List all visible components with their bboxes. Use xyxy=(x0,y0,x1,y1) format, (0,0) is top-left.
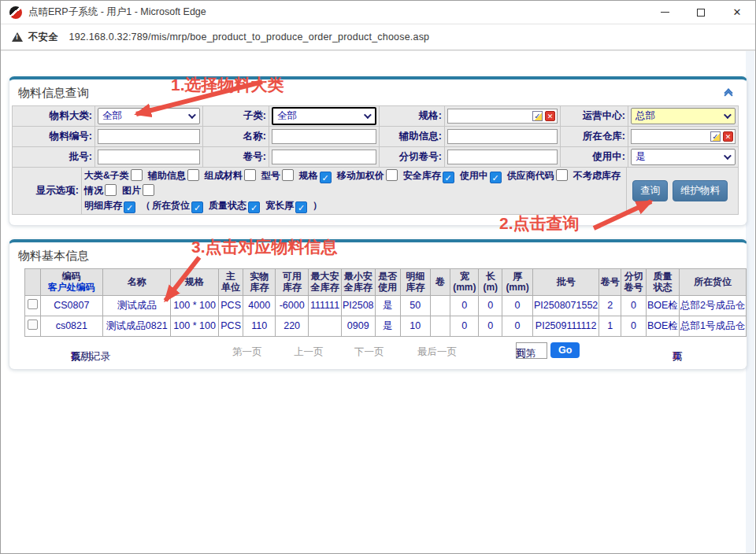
table-cell[interactable]: -6000 xyxy=(276,295,309,316)
roll-no-input[interactable] xyxy=(272,150,376,164)
prev-page-link[interactable]: 上一页 xyxy=(294,345,324,359)
row-checkbox[interactable] xyxy=(28,299,38,309)
checkbox-unchecked[interactable] xyxy=(105,184,117,196)
checkbox-unchecked[interactable] xyxy=(244,169,256,181)
picker-icon[interactable]: ✓ xyxy=(710,131,721,142)
maintain-material-button[interactable]: 维护物料 xyxy=(673,180,728,201)
column-header xyxy=(25,269,41,296)
table-cell[interactable]: 是 xyxy=(375,316,400,336)
checkbox-checked[interactable]: ✓ xyxy=(248,201,260,213)
checkbox-checked[interactable]: ✓ xyxy=(191,201,203,213)
field-label: 使用中: xyxy=(561,147,628,168)
table-cell[interactable] xyxy=(430,316,450,336)
table-cell[interactable]: 2 xyxy=(599,295,621,316)
checkbox-unchecked[interactable] xyxy=(556,169,568,181)
table-row[interactable]: CS0807测试成品100 * 100PCS4000-6000111111PI2… xyxy=(25,295,747,316)
table-cell[interactable]: PCS xyxy=(218,295,243,316)
table-cell[interactable]: 0 xyxy=(621,316,646,336)
table-cell[interactable]: 0 xyxy=(502,295,533,316)
field-label: 物料编号: xyxy=(13,127,95,147)
option-label: 组成材料 xyxy=(205,170,243,181)
table-cell[interactable]: cs0821 xyxy=(40,316,103,336)
aux-info-input[interactable] xyxy=(447,129,558,144)
material-category-select[interactable]: 全部 xyxy=(98,108,200,124)
next-page-link[interactable]: 下一页 xyxy=(354,345,384,359)
checkbox-unchecked[interactable] xyxy=(143,184,154,196)
row-checkbox[interactable] xyxy=(28,319,38,330)
search-button[interactable]: 查询 xyxy=(632,180,668,201)
table-cell[interactable]: 4000 xyxy=(243,295,276,316)
maximize-button[interactable] xyxy=(683,1,719,24)
table-cell[interactable]: 0 xyxy=(621,295,646,316)
collapse-panel-button[interactable] xyxy=(723,90,734,99)
material-code-input[interactable] xyxy=(98,129,200,144)
minimize-button[interactable] xyxy=(647,1,683,24)
table-cell[interactable]: 0909 xyxy=(341,316,375,336)
picker-icon[interactable]: ✓ xyxy=(532,111,543,121)
table-cell[interactable]: PI2508 xyxy=(341,295,375,316)
go-button[interactable]: Go xyxy=(550,342,580,358)
in-use-select[interactable]: 是 xyxy=(631,149,736,165)
column-header: 编码客户处编码 xyxy=(40,269,103,296)
column-header: 是否使用 xyxy=(375,269,400,296)
table-cell[interactable]: 100 * 100 xyxy=(171,316,218,336)
checkbox-unchecked[interactable] xyxy=(282,169,294,181)
table-cell[interactable]: BOE检 xyxy=(647,295,680,316)
display-option: 供应商代码 xyxy=(507,170,573,181)
checkbox-checked[interactable]: ✓ xyxy=(320,172,332,183)
subcategory-select[interactable]: 全部 xyxy=(272,107,376,125)
table-cell[interactable]: 0 xyxy=(450,316,479,336)
checkbox-checked[interactable]: ✓ xyxy=(490,172,502,183)
checkbox-unchecked[interactable] xyxy=(187,169,199,181)
table-cell[interactable]: 0 xyxy=(502,316,533,336)
split-roll-no-input[interactable] xyxy=(447,150,558,164)
address-bar[interactable]: 不安全 192.168.0.32:789/mis/mrp/boe_product… xyxy=(1,24,755,50)
column-header: 可用库存 xyxy=(276,269,309,296)
paren-text: ） xyxy=(313,200,322,211)
checkbox-checked[interactable]: ✓ xyxy=(295,201,307,213)
table-cell[interactable]: 100 * 100 xyxy=(171,295,218,316)
table-cell[interactable]: 50 xyxy=(400,295,430,316)
clear-icon[interactable]: ✕ xyxy=(545,111,555,121)
table-cell[interactable]: 0 xyxy=(479,295,502,316)
table-cell[interactable]: PCS xyxy=(218,316,243,336)
table-cell[interactable]: 110 xyxy=(243,316,276,336)
table-cell[interactable]: 0 xyxy=(450,295,479,316)
table-cell[interactable]: 总部1号成品仓 xyxy=(679,316,746,336)
table-cell[interactable] xyxy=(430,295,450,316)
close-button[interactable]: ✕ xyxy=(719,1,755,24)
first-page-link[interactable]: 第一页 xyxy=(232,345,262,359)
table-cell[interactable]: 总部2号成品仓 xyxy=(679,295,746,316)
table-cell[interactable] xyxy=(309,316,342,336)
option-label: 所在货位 xyxy=(152,200,190,211)
column-header: 明细库存 xyxy=(400,269,430,296)
table-cell[interactable]: BOE检 xyxy=(647,316,680,336)
checkbox-unchecked[interactable] xyxy=(131,169,143,181)
batch-input[interactable] xyxy=(98,150,200,164)
table-cell[interactable]: CS0807 xyxy=(40,295,103,316)
table-cell[interactable]: 是 xyxy=(375,295,400,316)
table-cell[interactable]: 220 xyxy=(276,316,309,336)
table-cell[interactable]: 1 xyxy=(599,316,621,336)
option-label: 宽长厚 xyxy=(265,200,294,211)
url-text[interactable]: 192.168.0.32:789/mis/mrp/boe_product_to_… xyxy=(69,31,430,42)
display-option: 所在货位✓ xyxy=(152,200,209,211)
column-header: 卷 xyxy=(430,269,450,296)
table-cell[interactable]: PI2509111112 xyxy=(532,316,598,336)
table-cell[interactable]: 10 xyxy=(400,316,430,336)
checkbox-checked[interactable]: ✓ xyxy=(124,201,135,213)
checkbox-unchecked[interactable] xyxy=(386,169,398,181)
operation-center-select[interactable]: 总部 xyxy=(631,108,736,124)
table-cell[interactable]: PI2508071552 xyxy=(532,295,598,316)
last-page-link[interactable]: 最后一页 xyxy=(417,345,457,359)
table-cell[interactable]: 0 xyxy=(479,316,502,336)
table-cell[interactable]: 测试成品 xyxy=(103,295,171,316)
table-cell[interactable]: 111111 xyxy=(309,295,342,316)
name-input[interactable] xyxy=(272,129,376,144)
option-label: 规格 xyxy=(299,170,318,181)
table-cell[interactable]: 测试成品0821 xyxy=(103,316,171,336)
checkbox-checked[interactable]: ✓ xyxy=(443,172,454,183)
table-row[interactable]: cs0821测试成品0821100 * 100PCS1102200909是100… xyxy=(25,316,747,336)
clear-icon[interactable]: ✕ xyxy=(723,131,733,142)
column-header: 卷号 xyxy=(599,269,621,296)
